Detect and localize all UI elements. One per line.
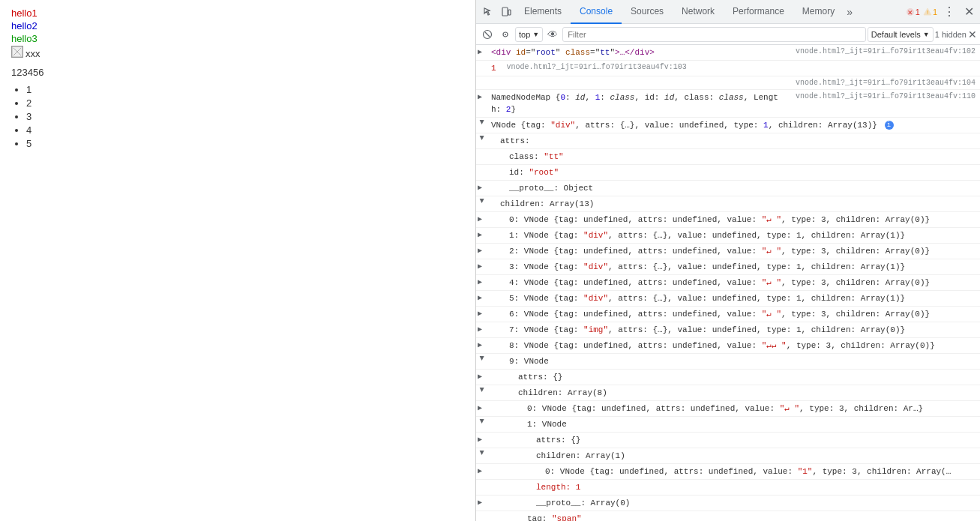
row-gutter: ▶ (476, 260, 488, 271)
more-tabs-button[interactable]: » (844, 6, 856, 18)
list-item: 4 (26, 124, 464, 136)
console-row: ▶ 1: VNode {tag: "div", attrs: {…}, valu… (476, 228, 980, 244)
row-source[interactable]: vnode.html?_ijt=91ri…fo79ir1t3eau4fv:104 (791, 77, 980, 88)
row-content: children: Array(1) (533, 449, 980, 463)
console-row: ▶ 9: VNode (476, 354, 980, 370)
expand-arrow[interactable]: ▶ (478, 214, 487, 223)
row-gutter: ▶ (476, 46, 488, 56)
tab-console[interactable]: Console (571, 0, 622, 24)
row-content: class: "tt" (506, 150, 980, 163)
console-row: ▶ attrs: {} (476, 370, 980, 385)
expand-arrow[interactable]: ▶ (478, 419, 487, 428)
svg-text:✕: ✕ (907, 8, 913, 16)
live-expression-button[interactable]: 👁 (544, 26, 561, 43)
expand-arrow[interactable]: ▶ (478, 325, 487, 334)
expand-arrow[interactable]: ▶ (478, 120, 487, 129)
row-source[interactable]: vnode.html?_ijt=91ri…fo79ir1t3eau4fv:103 (502, 61, 691, 73)
console-row: ▶ VNode {tag: "div", attrs: {…}, value: … (476, 118, 980, 133)
tab-sources[interactable]: Sources (622, 0, 673, 24)
row-content: 4: VNode {tag: undefined, attrs: undefin… (506, 276, 980, 289)
log-level-selector[interactable]: Default levels ▼ (868, 27, 934, 42)
console-row: ▶ 7: VNode {tag: "img", attrs: {…}, valu… (476, 322, 980, 338)
console-row: tag: "span" (476, 511, 980, 521)
log-level-label: Default levels (871, 30, 921, 39)
row-gutter: ▶ (476, 339, 488, 349)
row-content: children: Array(8) (515, 386, 980, 400)
inspect-element-button[interactable] (479, 3, 497, 21)
expand-arrow[interactable]: ▶ (478, 435, 487, 444)
expand-arrow[interactable]: ▶ (478, 262, 487, 271)
expand-arrow[interactable]: ▶ (478, 388, 487, 397)
expand-arrow[interactable]: ▶ (478, 293, 487, 302)
device-toolbar-button[interactable] (497, 3, 515, 21)
list-item: 3 (26, 111, 464, 122)
row-gutter (476, 150, 488, 151)
devtools-tabs: Elements Console Sources Network Perform… (476, 0, 980, 24)
row-gutter: ▶ (476, 307, 488, 318)
svg-rect-4 (508, 10, 511, 15)
console-row: ▶ __proto__: Array(0) (476, 496, 980, 511)
console-row: ▶ NamedNodeMap {0: id, 1: class, id: id,… (476, 90, 980, 118)
hello3-text: hello3 (11, 33, 464, 44)
row-gutter: ▶ (476, 386, 488, 397)
row-gutter: ▶ (476, 433, 488, 444)
row-content: 5: VNode {tag: "div", attrs: {…}, value:… (506, 292, 980, 305)
svg-rect-3 (502, 7, 508, 16)
error-badge: ✕ 1 (906, 7, 920, 16)
console-row: ▶ 2: VNode {tag: undefined, attrs: undef… (476, 244, 980, 259)
tab-memory[interactable]: Memory (793, 0, 844, 24)
row-content: 3: VNode {tag: "div", attrs: {…}, value:… (506, 260, 980, 274)
close-hidden-button[interactable]: ✕ (968, 28, 977, 40)
tab-elements[interactable]: Elements (515, 0, 571, 24)
row-content: attrs: {} (533, 433, 980, 447)
expand-arrow[interactable]: ▶ (478, 230, 487, 239)
expand-arrow[interactable]: ▶ (478, 403, 487, 412)
expand-arrow[interactable]: ▶ (478, 92, 487, 101)
filter-input[interactable] (562, 27, 866, 42)
row-content: NamedNodeMap {0: id, 1: class, id: id, c… (488, 91, 791, 116)
expand-arrow[interactable]: ▶ (478, 136, 487, 145)
status-indicators: ✕ 1 ! 1 ⋮ ✕ (906, 4, 977, 19)
expand-arrow[interactable]: ▶ (478, 309, 487, 318)
img-alt-text: xxx (25, 48, 40, 59)
expand-arrow[interactable]: ▶ (478, 183, 487, 192)
expand-arrow[interactable]: ▶ (478, 451, 487, 460)
tab-network[interactable]: Network (673, 0, 724, 24)
row-gutter: ▶ (476, 118, 488, 129)
row-gutter: ▶ (476, 244, 488, 255)
clear-console-button[interactable] (479, 26, 496, 43)
console-row: ▶ 6: VNode {tag: undefined, attrs: undef… (476, 307, 980, 322)
warning-count: 1 (933, 7, 937, 16)
expand-arrow[interactable]: ▶ (478, 47, 487, 56)
row-content: 7: VNode {tag: "img", attrs: {…}, value:… (506, 323, 980, 337)
expand-arrow[interactable]: ▶ (478, 372, 487, 381)
number-text: 123456 (11, 67, 464, 78)
devtools-close-button[interactable]: ✕ (961, 4, 977, 19)
tab-performance[interactable]: Performance (724, 0, 793, 24)
console-row: ▶ __proto__: Object (476, 181, 980, 196)
row-source[interactable]: vnode.html?_ijt=91ri…fo79ir1t3eau4fv:102 (791, 46, 980, 57)
expand-arrow[interactable]: ▶ (478, 466, 487, 475)
context-dropdown-icon: ▼ (532, 31, 539, 38)
expand-arrow[interactable]: ▶ (478, 498, 487, 507)
warning-badge: ! 1 (923, 7, 937, 16)
row-content: 0: VNode {tag: undefined, attrs: undefin… (542, 465, 980, 478)
expand-arrow[interactable]: ▶ (478, 277, 487, 286)
row-content (488, 77, 791, 79)
row-gutter: ▶ (476, 181, 488, 192)
row-gutter: ▶ (476, 134, 488, 145)
row-gutter (476, 61, 488, 63)
expand-arrow[interactable]: ▶ (478, 340, 487, 349)
row-source[interactable]: vnode.html?_ijt=91ri…fo79ir1t3eau4fv:110 (791, 91, 980, 102)
context-selector[interactable]: top ▼ (515, 27, 543, 42)
console-row: ▶ children: Array(8) (476, 385, 980, 401)
expand-arrow[interactable]: ▶ (478, 356, 487, 365)
row-content: 8: VNode {tag: undefined, attrs: undefin… (506, 339, 980, 352)
expand-arrow[interactable]: ▶ (478, 199, 487, 208)
console-output[interactable]: ▶ <div id="root" class="tt">…</div> vnod… (476, 45, 980, 521)
console-row: ▶ 0: VNode {tag: undefined, attrs: undef… (476, 464, 980, 480)
expand-arrow[interactable]: ▶ (478, 246, 487, 255)
row-content: 6: VNode {tag: undefined, attrs: undefin… (506, 307, 980, 321)
devtools-menu-button[interactable]: ⋮ (940, 4, 958, 19)
settings-button[interactable] (497, 26, 514, 43)
